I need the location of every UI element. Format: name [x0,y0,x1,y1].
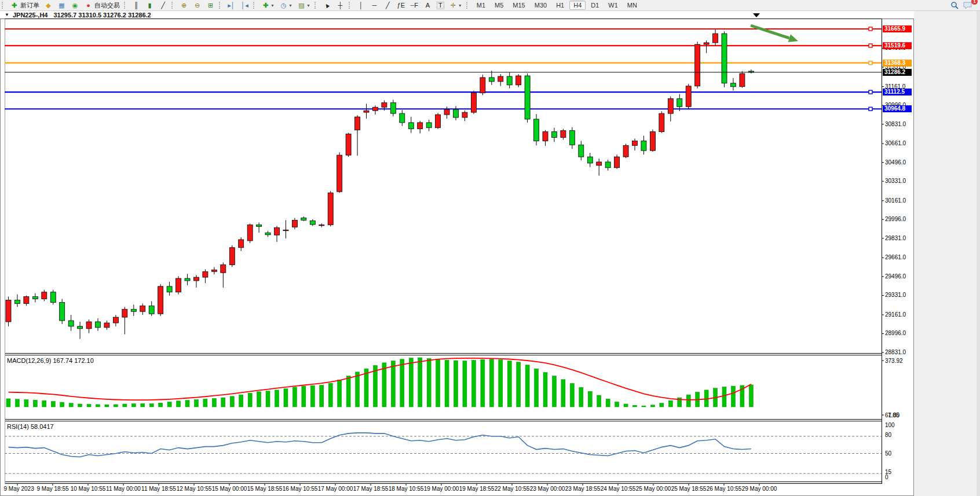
rsi-scale-label: 80 [885,432,891,438]
rsi-label: RSI(14) 58.0417 [7,423,54,430]
price-axis-label: 29496.0 [885,273,906,280]
candles-layer [6,30,754,339]
time-axis-label: 22 May 10:55 [495,486,530,492]
time-axis-label: 19 May 18:55 [459,486,495,492]
arrow-annotation [751,25,798,42]
price-axis-label: 29331.0 [885,292,906,298]
time-axis-label: 15 May 18:55 [247,486,283,492]
price-line-badge: 31112.5 [883,89,912,95]
rsi-scale-label: 100 [885,422,895,428]
price-axis-label: 30331.0 [885,178,906,184]
time-axis-label: 18 May 10:55 [389,486,424,492]
price-axis-label: 28996.0 [885,330,906,336]
price-axis-label: 30661.0 [885,140,906,146]
time-axis-label: 23 May 18:55 [565,486,601,492]
price-axis-label: 30496.0 [885,159,906,166]
time-axis-label: 23 May 00:00 [530,486,565,492]
price-line-badge: 31519.6 [883,42,912,49]
price-axis-label: 29831.0 [885,235,906,241]
pane-borders [5,19,882,484]
time-axis-label: 26 May 10:55 [707,486,742,492]
time-axis-label: 12 May 10:55 [177,486,212,492]
price-axis-label: 30831.0 [885,121,906,127]
rsi-scale-label: 0 [885,474,888,480]
price-line-badge: 31665.9 [883,25,912,32]
time-axis-label: 15 May 00:00 [212,486,247,492]
time-axis-label: 11 May 18:55 [141,486,176,492]
time-axis-label: 25 May 18:55 [671,486,707,492]
macd-signal-line [9,358,751,400]
time-axis-label: 9 May 18:55 [36,486,68,492]
time-axis-label: 11 May 00:00 [106,486,141,492]
time-axis-label: 9 May 2023 [3,486,34,492]
rsi-levels-layer [5,436,882,473]
time-axis-label: 24 May 10:55 [601,486,636,492]
macd-label: MACD(12,26,9) 167.74 172.10 [7,357,94,364]
time-axis-label: 10 May 10:55 [71,486,106,492]
price-axis-label: 28831.0 [885,349,906,355]
time-axis-label: 16 May 10:55 [283,486,318,492]
current-price-badge: 31286.2 [883,69,912,76]
time-axis-label: 25 May 00:00 [636,486,671,492]
rsi-scale-label: 50 [885,450,891,457]
price-axis-label: 29161.0 [885,311,906,318]
time-axis-label: 19 May 00:00 [424,486,459,492]
time-axis-label: 29 May 00:00 [742,486,777,492]
price-line-badge: 30964.8 [883,105,912,112]
price-axis-label: 29996.0 [885,216,906,222]
horizontal-lines-layer [5,27,882,111]
time-axis-label: 17 May 00:00 [318,486,353,492]
price-line-badge: 31368.3 [883,60,912,67]
chart-shift-marker[interactable] [753,13,760,17]
price-axis-label: 29661.0 [885,254,906,260]
price-axis-label: 30161.0 [885,197,906,204]
macd-scale-top: 373.92 [885,358,903,364]
macd-scale-bottom-2: 7.05 [888,412,899,418]
chart-canvas[interactable] [0,0,980,496]
time-axis-label: 17 May 18:55 [353,486,389,492]
